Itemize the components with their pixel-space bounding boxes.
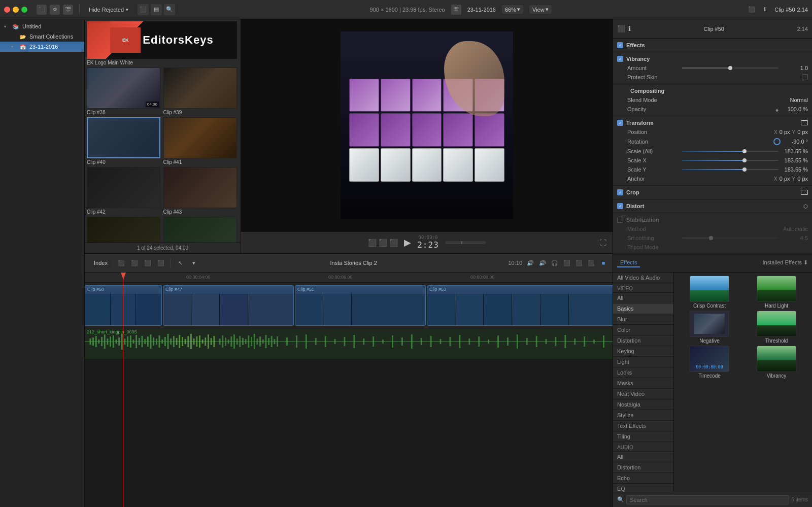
tl-tool-more[interactable]: ▾ xyxy=(189,258,199,268)
date-folder-icon: 📅 xyxy=(19,44,26,50)
timeline-clip-50[interactable]: Clip #50 xyxy=(85,285,162,326)
scale-x-slider[interactable] xyxy=(682,160,779,161)
info-icon[interactable]: ℹ xyxy=(759,4,770,15)
scale-y-slider[interactable] xyxy=(682,169,779,170)
distort-checkbox[interactable]: ✓ xyxy=(617,203,623,209)
clip-42-thumb[interactable]: Clip #42 xyxy=(87,167,162,216)
svg-rect-85 xyxy=(468,339,470,345)
category-blur[interactable]: Blur xyxy=(613,314,673,325)
clip-41-thumb[interactable]: Clip #41 xyxy=(163,117,239,166)
index-tab[interactable]: Index xyxy=(89,258,113,268)
clip-43-thumb[interactable]: Clip #43 xyxy=(163,167,239,216)
tl-fx-icon[interactable]: ⬛ xyxy=(586,258,596,268)
protect-skin-checkbox[interactable] xyxy=(802,74,808,80)
tl-clip-icon[interactable]: ⬛ xyxy=(574,258,584,268)
sidebar-item-date[interactable]: ▾ 📅 23-11-2016 xyxy=(0,42,84,52)
fullscreen-button[interactable] xyxy=(21,7,27,13)
sidebar: ▾ 📚 Untitled 📂 Smart Collections ▾ 📅 23-… xyxy=(0,19,85,507)
category-stylize[interactable]: Stylize xyxy=(613,410,673,421)
tl-list-icon[interactable]: ⬛ xyxy=(116,258,126,268)
tl-audio-icon[interactable]: 🔊 xyxy=(525,258,535,268)
tl-sort-icon[interactable]: ⬛ xyxy=(143,258,153,268)
audio-icon[interactable]: ⬛ xyxy=(389,239,398,247)
sidebar-item-library[interactable]: ▾ 📚 Untitled xyxy=(0,21,84,31)
stabilization-checkbox[interactable] xyxy=(617,217,623,223)
crop-checkbox[interactable]: ✓ xyxy=(617,189,623,195)
clip-appearance-icon[interactable]: ⬛ xyxy=(138,4,149,15)
amount-slider[interactable] xyxy=(682,67,779,69)
category-tiling[interactable]: Tiling xyxy=(613,431,673,442)
minimize-button[interactable] xyxy=(13,7,19,13)
vibrancy-checkbox[interactable]: ✓ xyxy=(617,56,623,62)
category-looks[interactable]: Looks xyxy=(613,367,673,378)
effects-tab[interactable]: Effects xyxy=(617,258,640,267)
category-neat-video[interactable]: Neat Video xyxy=(613,389,673,399)
transform-checkbox[interactable]: ✓ xyxy=(617,120,623,126)
filter-icon[interactable]: ▤ xyxy=(151,4,162,15)
tl-audio2-icon[interactable]: 🔊 xyxy=(537,258,548,268)
category-text-effects[interactable]: Text Effects xyxy=(613,421,673,431)
effect-threshold[interactable]: Threshold xyxy=(744,311,809,344)
effects-body: All Video & Audio VIDEO All Basics Blur … xyxy=(613,273,812,492)
svg-rect-21 xyxy=(147,336,149,347)
effect-vibrancy[interactable]: Vibrancy xyxy=(744,346,809,379)
effect-negative[interactable]: Negative xyxy=(677,311,742,344)
tl-options-icon[interactable]: ⬛ xyxy=(156,258,166,268)
view-mode-icon[interactable]: ⬛ xyxy=(368,239,377,247)
inspector-toggle-icon[interactable]: ⬛ xyxy=(746,4,757,15)
search-input[interactable] xyxy=(626,495,789,504)
tl-headphone-icon[interactable]: 🎧 xyxy=(550,258,560,268)
zoom-button[interactable]: 66% ▾ xyxy=(502,5,523,14)
category-basics[interactable]: Basics xyxy=(613,303,673,314)
inspector-info-icon[interactable]: ℹ xyxy=(628,25,631,32)
timeline-clip-53[interactable]: Clip #53 xyxy=(427,285,613,326)
play-button[interactable]: ▶ xyxy=(404,237,411,248)
clip-38-thumb[interactable]: 04:00 Clip #38 xyxy=(87,67,162,116)
clip-44-thumb[interactable]: Clip #44 xyxy=(87,217,162,243)
ek-logo-clip[interactable]: EK EditorsKeys EK Logo Main White xyxy=(87,21,239,66)
category-nostalgia[interactable]: Nostalgia xyxy=(613,399,673,410)
category-eq[interactable]: EQ xyxy=(613,484,673,492)
category-all-video-audio[interactable]: All Video & Audio xyxy=(613,273,673,283)
svg-rect-30 xyxy=(173,336,175,347)
timeline-clip-51[interactable]: Clip #51 xyxy=(295,285,426,326)
tl-color-icon[interactable]: ■ xyxy=(598,258,608,268)
tripod-row: Tripod Mode xyxy=(617,243,808,252)
transform-mode-icon[interactable]: ⬛ xyxy=(379,239,387,247)
clip-45-thumb[interactable]: Clip #45 xyxy=(163,217,239,243)
sidebar-item-smart-collections[interactable]: 📂 Smart Collections xyxy=(0,31,84,42)
view-button[interactable]: View ▾ xyxy=(529,5,552,14)
svg-rect-49 xyxy=(230,336,232,347)
category-all[interactable]: All xyxy=(613,293,673,303)
expand-preview-button[interactable]: ⛶ xyxy=(599,239,606,247)
hide-rejected-button[interactable]: Hide Rejected ▾ xyxy=(86,6,131,14)
tl-grid-icon[interactable]: ⬛ xyxy=(129,258,140,268)
effects-checkbox[interactable]: ✓ xyxy=(617,42,623,48)
project-icon[interactable]: 🎬 xyxy=(63,5,73,15)
category-color[interactable]: Color xyxy=(613,325,673,335)
close-button[interactable] xyxy=(4,7,10,13)
category-audio-all[interactable]: All xyxy=(613,452,673,462)
scale-all-slider[interactable] xyxy=(682,151,779,152)
inspector-panels-icon[interactable]: ⬛ xyxy=(617,25,625,32)
event-icon[interactable]: ⚙ xyxy=(50,5,60,15)
category-distortion[interactable]: Distortion xyxy=(613,335,673,346)
category-keying[interactable]: Keying xyxy=(613,346,673,357)
timeline-clip-47[interactable]: Clip #47 xyxy=(163,285,294,326)
rotation-dial-icon[interactable] xyxy=(773,138,781,145)
effect-crisp-contrast[interactable]: Crisp Contrast xyxy=(677,276,742,309)
tl-zoom-icon[interactable]: ⬛ xyxy=(562,258,572,268)
clip-40-thumb[interactable]: Clip #40 xyxy=(87,117,162,166)
category-audio-distortion[interactable]: Distortion xyxy=(613,462,673,473)
effect-timecode[interactable]: 00:00:00:00 Timecode xyxy=(677,346,742,379)
effect-hard-light[interactable]: Hard Light xyxy=(744,276,809,309)
clip-43-label: Clip #43 xyxy=(163,208,239,216)
blend-mode-value[interactable]: Normal xyxy=(790,97,808,103)
category-echo[interactable]: Echo xyxy=(613,473,673,484)
tl-tool-arrow[interactable]: ↖ xyxy=(176,258,186,268)
library-icon[interactable]: ⬛ xyxy=(37,5,47,15)
category-masks[interactable]: Masks xyxy=(613,378,673,389)
category-light[interactable]: Light xyxy=(613,357,673,367)
clip-39-thumb[interactable]: Clip #39 xyxy=(163,67,239,116)
search-icon[interactable]: 🔍 xyxy=(164,4,175,15)
